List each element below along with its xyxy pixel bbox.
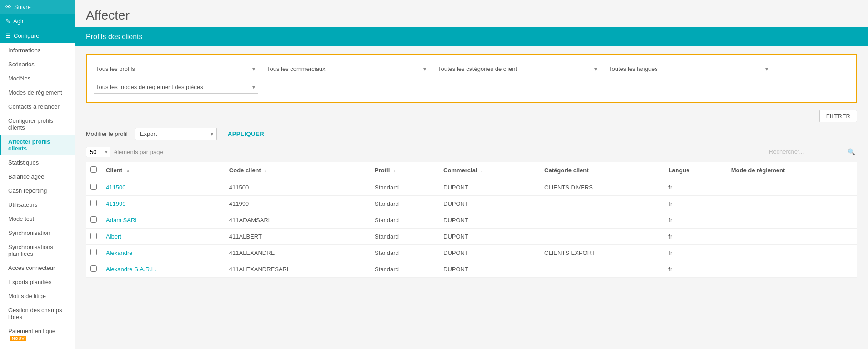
profils-select[interactable]: Tous les profils bbox=[94, 63, 258, 75]
sidebar-item-acces-connecteur[interactable]: Accès connecteur bbox=[0, 261, 75, 275]
sidebar-items-list: Informations Scénarios Modèles Modes de … bbox=[0, 43, 75, 349]
sidebar-item-scenarios[interactable]: Scénarios bbox=[0, 57, 75, 71]
col-profil[interactable]: Profil ↕ bbox=[370, 162, 439, 179]
modes-reglement-filter-wrap: Tous les modes de règlement des pièces bbox=[94, 81, 258, 94]
row-profil-0: Standard bbox=[370, 179, 439, 196]
sidebar-item-options-avancees[interactable]: Options avancées bbox=[0, 345, 75, 349]
sidebar-item-configurer-profils-clients[interactable]: Configurer profils clients bbox=[0, 114, 75, 135]
col-code-client[interactable]: Code client ↕ bbox=[225, 162, 370, 179]
sidebar-item-modes-reglement[interactable]: Modes de règlement bbox=[0, 85, 75, 100]
sidebar-item-suivre[interactable]: 👁 Suivre bbox=[0, 0, 75, 14]
section-header: Profils des clients bbox=[75, 27, 868, 46]
row-commercial-4: DUPONT bbox=[439, 245, 540, 261]
table-row: Alexandre S.A.R.L. 411ALEXANDRESARL Stan… bbox=[86, 261, 857, 278]
select-all-checkbox[interactable] bbox=[90, 166, 97, 173]
sidebar-item-contacts-relancer[interactable]: Contacts à relancer bbox=[0, 100, 75, 114]
col-commercial[interactable]: Commercial ↕ bbox=[439, 162, 540, 179]
filter-row-2: Tous les modes de règlement des pièces bbox=[94, 81, 849, 94]
row-checkbox-td bbox=[86, 179, 101, 196]
sidebar-item-utilisateurs[interactable]: Utilisateurs bbox=[0, 198, 75, 212]
sidebar-item-affecter-profils-clients[interactable]: Affecter profils clients bbox=[0, 135, 75, 155]
row-checkbox-5[interactable] bbox=[90, 265, 97, 272]
sidebar-item-exports-planifies[interactable]: Exports planifiés bbox=[0, 275, 75, 289]
row-langue-4: fr bbox=[664, 245, 726, 261]
sidebar-item-motifs-litige[interactable]: Motifs de litige bbox=[0, 289, 75, 303]
row-checkbox-4[interactable] bbox=[90, 249, 97, 255]
sidebar-top: 👁 Suivre ✎ Agir ☰ Configurer bbox=[0, 0, 75, 43]
row-commercial-0: DUPONT bbox=[439, 179, 540, 196]
select-all-th bbox=[86, 162, 101, 179]
row-commercial-5: DUPONT bbox=[439, 261, 540, 278]
row-langue-2: fr bbox=[664, 212, 726, 229]
col-client[interactable]: Client ▲ bbox=[101, 162, 225, 179]
commerciaux-filter-wrap: Tous les commerciaux bbox=[265, 63, 429, 75]
export-select[interactable]: Export bbox=[135, 128, 217, 140]
row-checkbox-0[interactable] bbox=[90, 184, 97, 190]
code-client-sort-icon: ↕ bbox=[265, 168, 267, 173]
row-code-client-4: 411ALEXANDRE bbox=[225, 245, 370, 261]
per-page-select-wrap: 50 10 25 100 bbox=[86, 147, 110, 157]
sidebar-item-agir[interactable]: ✎ Agir bbox=[0, 14, 75, 28]
sidebar-item-modeles[interactable]: Modèles bbox=[0, 71, 75, 85]
main-content: Affecter Profils des clients Tous les pr… bbox=[75, 0, 868, 349]
langues-filter-wrap: Toutes les langues bbox=[607, 63, 771, 75]
table-row: 411999 411999 Standard DUPONT fr bbox=[86, 196, 857, 212]
row-client-3[interactable]: Albert bbox=[101, 229, 225, 245]
per-page-row: 50 10 25 100 éléments par page 🔍 bbox=[86, 146, 857, 157]
row-langue-0: fr bbox=[664, 179, 726, 196]
row-code-client-1: 411999 bbox=[225, 196, 370, 212]
sidebar-item-cash-reporting[interactable]: Cash reporting bbox=[0, 184, 75, 198]
commerciaux-select[interactable]: Tous les commerciaux bbox=[265, 63, 429, 75]
row-categorie-5 bbox=[540, 261, 664, 278]
sidebar-item-synchronisations-planifiees[interactable]: Synchronisations planifiées bbox=[0, 240, 75, 261]
sidebar-item-mode-test[interactable]: Mode test bbox=[0, 212, 75, 226]
search-icon: 🔍 bbox=[848, 148, 855, 155]
row-checkbox-2[interactable] bbox=[90, 216, 97, 223]
row-mode-reglement-4 bbox=[727, 245, 857, 261]
row-checkbox-1[interactable] bbox=[90, 200, 97, 206]
sidebar-item-paiement-en-ligne[interactable]: Paiement en ligne NOUV bbox=[0, 324, 75, 345]
sidebar-item-statistiques[interactable]: Statistiques bbox=[0, 155, 75, 170]
search-input[interactable] bbox=[766, 146, 857, 157]
row-client-0[interactable]: 411500 bbox=[101, 179, 225, 196]
langues-select[interactable]: Toutes les langues bbox=[607, 63, 771, 75]
col-categorie-client: Catégorie client bbox=[540, 162, 664, 179]
row-mode-reglement-3 bbox=[727, 229, 857, 245]
row-profil-2: Standard bbox=[370, 212, 439, 229]
client-sort-icon: ▲ bbox=[126, 168, 130, 173]
row-checkbox-td bbox=[86, 261, 101, 278]
row-client-1[interactable]: 411999 bbox=[101, 196, 225, 212]
row-code-client-2: 411ADAMSARL bbox=[225, 212, 370, 229]
filter-button[interactable]: FILTRER bbox=[819, 110, 857, 122]
row-mode-reglement-5 bbox=[727, 261, 857, 278]
categories-select[interactable]: Toutes les catégories de client bbox=[436, 63, 600, 75]
eye-icon: 👁 bbox=[5, 4, 11, 10]
section-title: Profils des clients bbox=[86, 33, 143, 40]
profil-sort-icon: ↕ bbox=[393, 168, 396, 173]
filter-row-1: Tous les profils Tous les commerciaux To… bbox=[94, 63, 849, 75]
modifier-row: Modifier le profil Export APPLIQUER bbox=[86, 128, 857, 140]
row-checkbox-3[interactable] bbox=[90, 233, 97, 239]
modes-reglement-select[interactable]: Tous les modes de règlement des pièces bbox=[94, 81, 258, 94]
sidebar-item-informations[interactable]: Informations bbox=[0, 43, 75, 57]
row-mode-reglement-0 bbox=[727, 179, 857, 196]
row-client-4[interactable]: Alexandre bbox=[101, 245, 225, 261]
sidebar-configurer-header[interactable]: ☰ Configurer bbox=[0, 28, 75, 43]
row-categorie-3 bbox=[540, 229, 664, 245]
sidebar-item-gestion-champs-libres[interactable]: Gestion des champs libres bbox=[0, 303, 75, 324]
pencil-icon: ✎ bbox=[5, 18, 10, 25]
row-langue-5: fr bbox=[664, 261, 726, 278]
nouv-badge: NOUV bbox=[10, 336, 26, 341]
row-client-2[interactable]: Adam SARL bbox=[101, 212, 225, 229]
sidebar-suivre-label: Suivre bbox=[14, 4, 31, 10]
sidebar-item-synchronisation[interactable]: Synchronisation bbox=[0, 226, 75, 240]
row-profil-3: Standard bbox=[370, 229, 439, 245]
per-page-select[interactable]: 50 10 25 100 bbox=[86, 147, 110, 157]
appliquer-button[interactable]: APPLIQUER bbox=[224, 128, 268, 140]
row-mode-reglement-2 bbox=[727, 212, 857, 229]
row-profil-1: Standard bbox=[370, 196, 439, 212]
sidebar-item-balance-agee[interactable]: Balance âgée bbox=[0, 170, 75, 184]
col-langue: Langue bbox=[664, 162, 726, 179]
row-client-5[interactable]: Alexandre S.A.R.L. bbox=[101, 261, 225, 278]
search-wrap: 🔍 bbox=[766, 146, 857, 157]
